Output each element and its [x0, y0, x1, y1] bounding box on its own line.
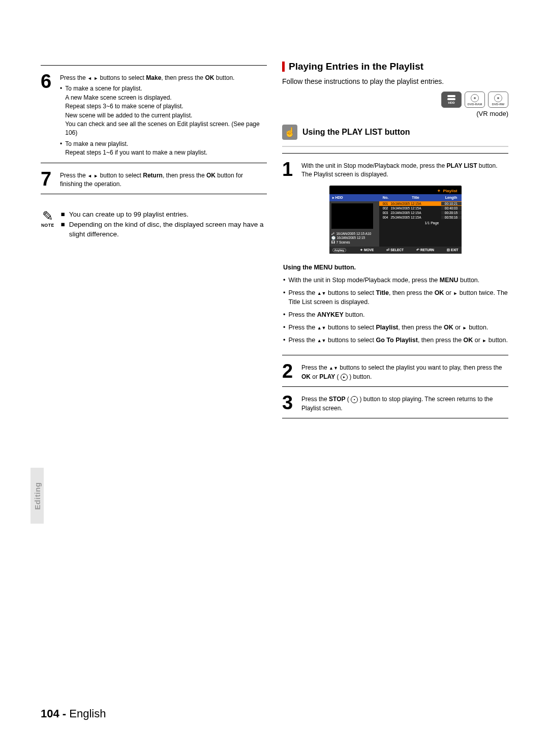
playlist-osd: Playlist ▸ HDD No. Title Length 🖉16/JAN/… [329, 186, 462, 254]
osd-row: 001 16/JAN/2005 12:15A 00:10:21 [379, 201, 462, 206]
subsection-title: Using the PLAY LIST button [302, 128, 410, 137]
step-number: 6 [41, 72, 55, 158]
down-arrow-icon [322, 289, 326, 296]
hand-press-icon: ☝ [282, 125, 297, 140]
left-column: 6 Press the buttons to select Make, then… [41, 61, 267, 425]
up-arrow-icon [317, 289, 322, 296]
section-title-row: Playing Entries in the Playlist [282, 61, 508, 72]
up-arrow-icon [317, 337, 322, 344]
note-icon: ✎ NOTE [41, 209, 55, 239]
divider [282, 418, 508, 418]
divider [41, 163, 267, 163]
intro-text: Follow these instructions to play the pl… [282, 77, 508, 85]
step-body: Press the buttons to select the playlist… [301, 361, 508, 381]
note-block: ✎ NOTE ■You can create up to 99 playlist… [41, 209, 267, 239]
left-arrow-icon [87, 172, 92, 179]
page-language: English [69, 707, 106, 720]
divider [282, 146, 508, 147]
right-column: Playing Entries in the Playlist Follow t… [282, 61, 508, 425]
osd-list: 001 16/JAN/2005 12:15A 00:10:21 002 19/J… [379, 201, 462, 247]
step-2: 2 Press the buttons to select the playli… [282, 361, 508, 381]
divider [282, 386, 508, 387]
right-arrow-icon [94, 74, 98, 81]
divider [41, 65, 267, 66]
step-number: 3 [282, 393, 296, 413]
divider [282, 153, 508, 154]
osd-row: 002 19/JAN/2005 12:15A 00:40:03 [379, 206, 462, 210]
osd-row: 003 22/JAN/2005 12:15A 00:20:15 [379, 210, 462, 215]
thumbnail [331, 203, 373, 229]
step-number: 7 [41, 169, 55, 189]
divider [282, 355, 508, 355]
up-arrow-icon [329, 364, 333, 371]
page-number: 104 - [41, 707, 66, 720]
right-arrow-icon [463, 324, 467, 331]
step-body: Press the buttons to select Make, then p… [60, 72, 267, 158]
accent-bar-icon [282, 62, 285, 72]
hdd-icon: HDD [441, 92, 462, 108]
step-number: 1 [282, 160, 296, 179]
menu-button-block: Using the MENU button. With the unit in … [283, 263, 508, 345]
note-text: ■You can create up to 99 playlist entrie… [61, 209, 267, 239]
up-arrow-icon [317, 324, 322, 331]
down-arrow-icon [322, 337, 326, 344]
stop-circle-icon: • [351, 396, 358, 403]
down-arrow-icon [322, 324, 326, 331]
side-section-label: Editing [30, 468, 44, 524]
osd-title: Playlist [329, 188, 462, 194]
step-3: 3 Press the STOP ( • ) button to stop pl… [282, 393, 508, 413]
page-footer: 104 - English [41, 707, 106, 720]
dvd-rw-icon: DVD-RW [488, 92, 508, 108]
step-6: 6 Press the buttons to select Make, then… [41, 72, 267, 158]
step-body: With the unit in Stop mode/Playback mode… [301, 160, 498, 179]
step-body: Press the button to select Return, then … [60, 169, 267, 189]
right-arrow-icon [94, 172, 98, 179]
divider [41, 194, 267, 194]
step-number: 2 [282, 361, 296, 381]
step-7: 7 Press the button to select Return, the… [41, 169, 267, 189]
osd-footer: Anykey ✦ MOVE ⏎ SELECT ↶ RETURN ⊟ EXIT [329, 247, 462, 254]
manual-page: Editing 6 Press the buttons to select Ma… [0, 0, 549, 756]
side-label-text: Editing [33, 482, 42, 509]
osd-header: ▸ HDD No. Title Length [329, 194, 462, 201]
step-body: Press the STOP ( • ) button to stop play… [301, 393, 508, 413]
play-circle-icon: ▸ [341, 374, 348, 381]
menu-head: Using the MENU button. [283, 263, 508, 273]
osd-preview-pane: 🖉16/JAN/2005 12:15 A10 🕑16/JAN/2005 12:1… [329, 201, 379, 247]
bullet: To make a new playlist. Repeat steps 1~6… [60, 140, 267, 158]
left-arrow-icon [87, 74, 92, 81]
osd-page-indicator: 1/1 Page [379, 220, 462, 226]
down-arrow-icon [333, 364, 338, 371]
media-compat-icons: HDD DVD-RAM DVD-RW [282, 92, 508, 108]
step-1: 1 With the unit in Stop mode/Playback mo… [282, 160, 508, 179]
subsection-heading: ☝ Using the PLAY LIST button [282, 125, 508, 140]
section-title: Playing Entries in the Playlist [289, 61, 423, 72]
vr-mode-label: (VR mode) [282, 110, 508, 117]
bullet: To make a scene for playlist. A new Make… [60, 84, 267, 137]
right-arrow-icon [482, 337, 486, 344]
dvd-ram-icon: DVD-RAM [465, 92, 485, 108]
osd-row: 004 25/JAN/2005 12:15A 00:50:16 [379, 215, 462, 220]
